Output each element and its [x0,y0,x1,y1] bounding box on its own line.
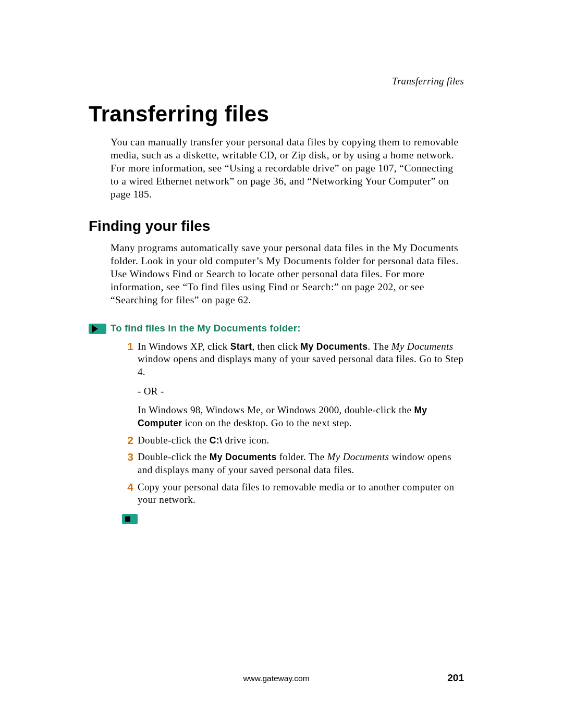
text: drive icon. [222,435,269,446]
section-subtitle: Finding your files [89,218,464,235]
running-head: Transferring files [392,76,464,87]
text: folder. The [277,451,327,462]
step-number: 4 [121,481,133,493]
text: Copy your personal data files to removab… [138,482,454,505]
text: Double-click the [138,435,210,446]
window-name: My Documents [327,451,389,462]
footer-page-number: 201 [433,672,464,684]
window-name: My Documents [391,341,454,352]
step-body: Double-click the C:\ drive icon. [138,434,464,447]
footer-url: www.gateway.com [120,674,433,683]
end-of-procedure-icon [122,514,138,524]
step-1: 1 In Windows XP, click Start, then click… [121,340,464,430]
procedure-arrow-icon [89,323,111,334]
text: icon on the desktop. Go to the next step… [182,417,352,428]
step-body: In Windows XP, click Start, then click M… [138,340,464,430]
text: window opens and displays many of your s… [138,353,463,377]
steps-list: 1 In Windows XP, click Start, then click… [121,340,464,507]
text: . The [368,341,391,352]
page-title: Transferring files [89,102,464,127]
step-2: 2 Double-click the C:\ drive icon. [121,434,464,447]
text: Double-click the [138,451,210,462]
page-footer: www.gateway.com 201 [89,672,464,684]
text: In Windows XP, click [138,341,230,352]
step-number: 1 [121,340,133,352]
page: Transferring files Transferring files Yo… [0,0,563,728]
intro-paragraph: You can manually transfer your personal … [111,136,464,201]
step-body: Double-click the My Documents folder. Th… [138,451,464,476]
step-number: 3 [121,451,133,463]
ui-label-my-documents: My Documents [301,341,368,352]
step-body: Copy your personal data files to removab… [138,481,464,507]
step-3: 3 Double-click the My Documents folder. … [121,451,464,476]
procedure-heading-row: To find files in the My Documents folder… [89,323,464,334]
ui-label-start: Start [230,341,252,352]
or-separator: - OR - [138,385,464,398]
step-4: 4 Copy your personal data files to remov… [121,481,464,507]
procedure-title: To find files in the My Documents folder… [111,323,301,334]
text: , then click [252,341,300,352]
sub-intro-paragraph: Many programs automatically save your pe… [111,242,464,307]
text: In Windows 98, Windows Me, or Windows 20… [138,404,414,415]
step-number: 2 [121,434,133,446]
ui-label-c-drive: C:\ [210,435,222,446]
ui-label-my-documents: My Documents [210,452,277,462]
